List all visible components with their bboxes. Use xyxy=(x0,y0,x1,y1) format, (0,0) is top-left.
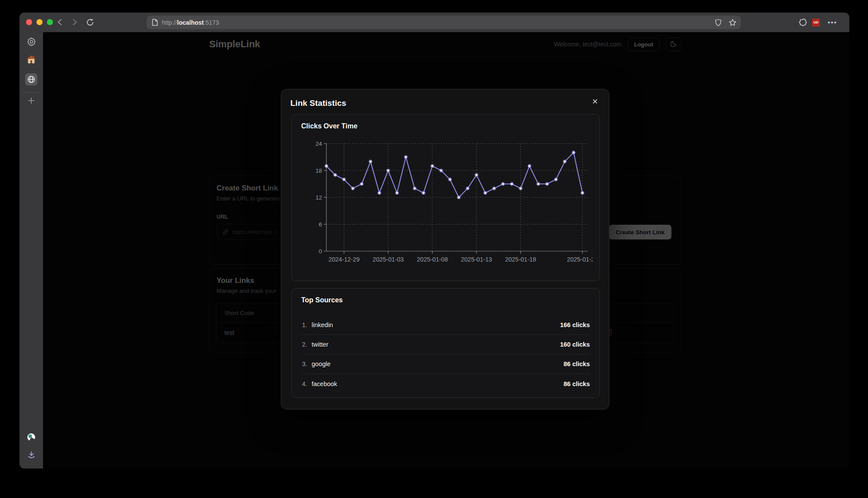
sidebar-divider xyxy=(24,92,39,93)
close-window-button[interactable] xyxy=(26,19,32,25)
reload-button[interactable] xyxy=(85,17,95,27)
svg-text:24: 24 xyxy=(316,141,322,147)
source-rank: 2. xyxy=(302,341,312,348)
maximize-window-button[interactable] xyxy=(47,19,53,25)
page-content: SimpleLink Welcome, test@test.com Logout… xyxy=(43,32,849,469)
page-icon xyxy=(152,19,158,26)
svg-text:2024-12-29: 2024-12-29 xyxy=(329,256,360,263)
adblock-extension-icon[interactable]: UD xyxy=(812,13,820,32)
browser-window: http://localhost:5173 UD ••• xyxy=(20,13,849,469)
sources-list: 1. linkedin 166 clicks 2. twitter 160 cl… xyxy=(302,315,590,393)
source-row: 3. google 86 clicks xyxy=(302,354,590,374)
url-text: http://localhost:5173 xyxy=(162,19,219,26)
link-statistics-modal: Link Statistics ✕ Clicks Over Time 06121… xyxy=(281,89,609,410)
svg-text:12: 12 xyxy=(316,194,322,201)
new-tab-button[interactable] xyxy=(20,97,43,105)
overflow-menu-button[interactable]: ••• xyxy=(828,13,837,32)
active-tab-globe[interactable] xyxy=(25,73,37,85)
source-name: facebook xyxy=(312,380,337,387)
settings-gear-icon[interactable] xyxy=(20,37,43,46)
browser-toolbar: http://localhost:5173 UD ••• xyxy=(20,13,849,32)
browser-sidebar xyxy=(20,32,43,469)
source-clicks: 86 clicks xyxy=(564,360,590,367)
bookmark-star-icon[interactable] xyxy=(729,19,736,26)
home-tab-icon[interactable] xyxy=(20,55,43,64)
svg-text:2025-01-03: 2025-01-03 xyxy=(373,256,404,263)
globe-icon xyxy=(27,75,35,83)
source-row: 1. linkedin 166 clicks xyxy=(302,315,590,335)
source-name: google xyxy=(312,360,331,367)
source-row: 2. twitter 160 clicks xyxy=(302,335,590,354)
source-rank: 4. xyxy=(302,380,312,387)
close-icon: ✕ xyxy=(592,98,598,106)
svg-text:0: 0 xyxy=(319,248,322,255)
modal-title: Link Statistics xyxy=(290,98,346,108)
svg-text:2025-01-08: 2025-01-08 xyxy=(417,256,448,263)
sources-section-title: Top Sources xyxy=(301,296,343,304)
source-clicks: 86 clicks xyxy=(564,380,590,387)
top-sources-card: Top Sources 1. linkedin 166 clicks 2. tw… xyxy=(291,288,600,398)
svg-text:2025-01-13: 2025-01-13 xyxy=(461,256,492,263)
back-button[interactable] xyxy=(55,17,64,27)
shield-icon[interactable] xyxy=(715,19,722,26)
svg-text:2025-01-18: 2025-01-18 xyxy=(505,256,536,263)
profile-workspace-icon[interactable] xyxy=(20,433,43,442)
modal-close-button[interactable]: ✕ xyxy=(589,95,601,108)
source-rank: 1. xyxy=(302,321,312,328)
downloads-icon[interactable] xyxy=(20,451,43,459)
chart-section-title: Clicks Over Time xyxy=(301,122,358,130)
traffic-lights xyxy=(26,19,53,25)
source-rank: 3. xyxy=(302,360,312,367)
svg-text:18: 18 xyxy=(316,167,322,174)
source-name: twitter xyxy=(312,341,329,348)
clicks-line-chart: 061218242024-12-292025-01-032025-01-0820… xyxy=(299,137,592,275)
forward-button[interactable] xyxy=(70,17,79,27)
svg-text:6: 6 xyxy=(319,221,322,228)
source-row: 4. facebook 86 clicks xyxy=(302,374,590,393)
url-bar[interactable]: http://localhost:5173 xyxy=(147,16,741,29)
svg-text:2025-01-25: 2025-01-25 xyxy=(567,256,592,263)
minimize-window-button[interactable] xyxy=(36,19,43,25)
source-name: linkedin xyxy=(312,321,333,328)
source-clicks: 160 clicks xyxy=(560,341,590,348)
extensions-puzzle-icon[interactable] xyxy=(799,13,807,32)
clicks-over-time-card: Clicks Over Time 061218242024-12-292025-… xyxy=(291,114,600,281)
source-clicks: 166 clicks xyxy=(560,321,590,328)
